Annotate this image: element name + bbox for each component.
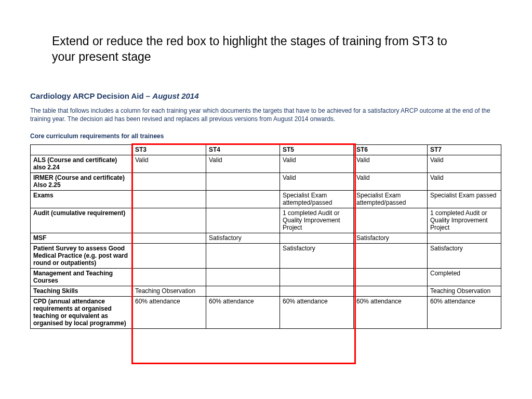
table-cell: Satisfactory (428, 244, 501, 269)
table-cell: Valid (428, 155, 501, 173)
table-cell: Specialist Exam passed (428, 191, 501, 208)
slide-canvas: Extend or reduce the red box to highligh… (0, 0, 532, 399)
highlight-red-box[interactable] (131, 143, 356, 364)
table-cell (354, 286, 428, 297)
document-intro: The table that follows includes a column… (30, 107, 503, 123)
table-cell: 60% attendance (354, 297, 428, 329)
table-cell: 60% attendance (428, 297, 501, 329)
row-label: MSF (31, 233, 132, 244)
table-cell: Valid (354, 155, 428, 173)
document-subheading: Core curriculum requirements for all tra… (30, 132, 164, 140)
table-cell: Teaching Observation (428, 286, 501, 297)
document-title-date: August 2014 (152, 91, 198, 100)
table-cell (354, 244, 428, 269)
row-label: Teaching Skills (31, 286, 132, 297)
document-title-prefix: Cardiology ARCP Decision Aid – (30, 91, 152, 100)
table-cell (428, 233, 501, 244)
row-label: ALS (Course and certificate) also 2.24 (31, 155, 132, 173)
table-cell: 1 completed Audit or Quality Improvement… (428, 208, 501, 233)
row-label: Exams (31, 191, 132, 208)
table-cell (354, 269, 428, 286)
row-label: Patient Survey to assess Good Medical Pr… (31, 244, 132, 269)
row-label: IRMER (Course and certificate) Also 2.25 (31, 173, 132, 191)
instruction-text: Extend or reduce the red box to highligh… (52, 34, 473, 65)
table-cell: Valid (354, 173, 428, 191)
table-cell: Specialist Exam attempted/passed (354, 191, 428, 208)
document-title: Cardiology ARCP Decision Aid – August 20… (30, 91, 199, 100)
col-st7: ST7 (428, 145, 501, 155)
col-st6: ST6 (354, 145, 428, 155)
row-label: Audit (cumulative requirement) (31, 208, 132, 233)
table-cell (354, 208, 428, 233)
table-cell: Valid (428, 173, 501, 191)
row-label: CPD (annual attendance requirements at o… (31, 297, 132, 329)
table-cell: Satisfactory (354, 233, 428, 244)
table-cell: Completed (428, 269, 501, 286)
col-empty (31, 145, 132, 155)
row-label: Management and Teaching Courses (31, 269, 132, 286)
